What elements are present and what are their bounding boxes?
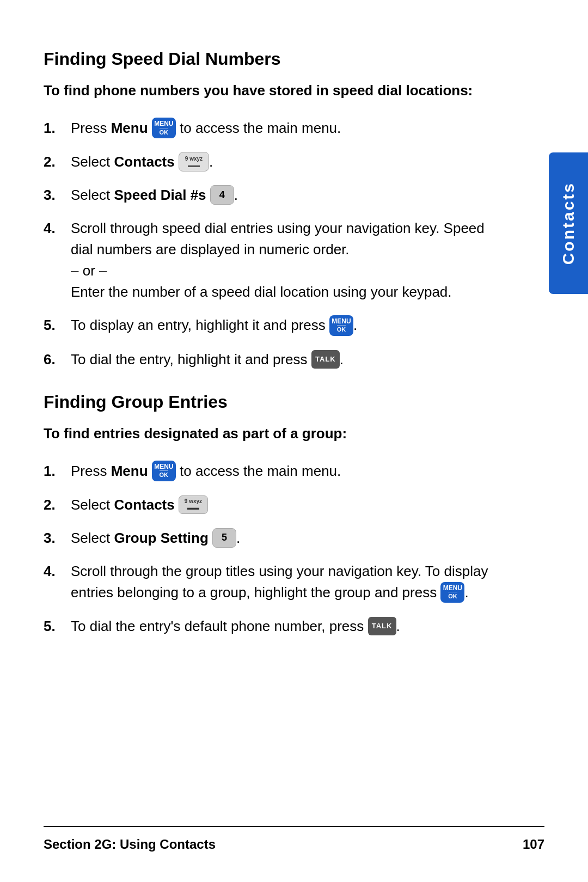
step-number: 1. xyxy=(44,118,71,139)
step-number: 4. xyxy=(44,561,71,604)
step-content: Press Menu MENU OK to access the main me… xyxy=(71,118,490,139)
step-number: 4. xyxy=(44,218,71,303)
page-container: Contacts Finding Speed Dial Numbers To f… xyxy=(0,0,588,882)
section2-steps: 1. Press Menu MENU OK to access the main… xyxy=(44,461,490,637)
section1-intro: To find phone numbers you have stored in… xyxy=(44,80,490,101)
step-item: 4. Scroll through speed dial entries usi… xyxy=(44,218,490,303)
side-tab-label: Contacts xyxy=(559,182,578,265)
step-item: 2. Select Contacts 9 wxyz ▬▬ . xyxy=(44,151,490,173)
step-content: To display an entry, highlight it and pr… xyxy=(71,315,490,336)
step-number: 5. xyxy=(44,315,71,336)
step-number: 2. xyxy=(44,494,71,516)
step-number: 6. xyxy=(44,349,71,370)
footer: Section 2G: Using Contacts 107 xyxy=(44,826,544,852)
step-content: Scroll through the group titles using yo… xyxy=(71,561,490,604)
step-content: To dial the entry, highlight it and pres… xyxy=(71,349,490,370)
step-content: Select Contacts 9 wxyz ▬▬ . xyxy=(71,151,490,173)
contacts-button-icon: 9 wxyz ▬▬ xyxy=(179,495,208,514)
step-item: 1. Press Menu MENU OK to access the main… xyxy=(44,461,490,482)
footer-section-label: Section 2G: Using Contacts xyxy=(44,837,216,852)
step-content: Select Speed Dial #s 4. xyxy=(71,185,490,206)
talk-button-icon: TALK xyxy=(368,617,396,635)
section1-heading: Finding Speed Dial Numbers xyxy=(44,49,490,69)
section2-heading: Finding Group Entries xyxy=(44,392,490,412)
step-content: Select Contacts 9 wxyz ▬▬ xyxy=(71,494,490,516)
step-number: 3. xyxy=(44,185,71,206)
step-content: Press Menu MENU OK to access the main me… xyxy=(71,461,490,482)
step-content: Scroll through speed dial entries using … xyxy=(71,218,490,303)
step-item: 6. To dial the entry, highlight it and p… xyxy=(44,349,490,370)
step-item: 3. Select Speed Dial #s 4. xyxy=(44,185,490,206)
step-number: 2. xyxy=(44,151,71,173)
section2-intro: To find entries designated as part of a … xyxy=(44,423,490,444)
footer-page-number: 107 xyxy=(523,837,544,852)
contacts-button-icon: 9 wxyz ▬▬ xyxy=(179,152,209,171)
talk-button-icon: TALK xyxy=(311,350,340,369)
4-button-icon: 4 xyxy=(210,185,234,205)
menu-button-icon: MENU OK xyxy=(152,461,176,481)
menu-button-icon: MENU OK xyxy=(152,118,176,138)
step-item: 3. Select Group Setting 5. xyxy=(44,528,490,549)
section1-steps: 1. Press Menu MENU OK to access the main… xyxy=(44,118,490,370)
menu-button-icon: MENU OK xyxy=(329,315,353,336)
menu-button-icon: MENU OK xyxy=(440,582,464,603)
or-text: – or – xyxy=(71,262,107,279)
step-item: 5. To dial the entry's default phone num… xyxy=(44,616,490,637)
step-item: 4. Scroll through the group titles using… xyxy=(44,561,490,604)
5-button-icon: 5 xyxy=(212,528,236,548)
step-number: 1. xyxy=(44,461,71,482)
step-number: 3. xyxy=(44,528,71,549)
step-number: 5. xyxy=(44,616,71,637)
step-item: 5. To display an entry, highlight it and… xyxy=(44,315,490,336)
step-content: Select Group Setting 5. xyxy=(71,528,490,549)
step-item: 2. Select Contacts 9 wxyz ▬▬ xyxy=(44,494,490,516)
step-item: 1. Press Menu MENU OK to access the main… xyxy=(44,118,490,139)
main-content: Finding Speed Dial Numbers To find phone… xyxy=(44,49,544,637)
side-tab: Contacts xyxy=(549,152,588,294)
step-content: To dial the entry's default phone number… xyxy=(71,616,490,637)
